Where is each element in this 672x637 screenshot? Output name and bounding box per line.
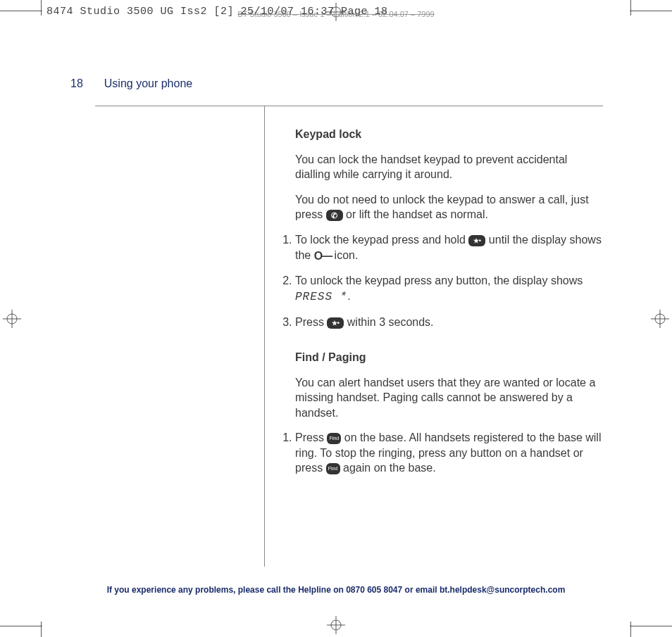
registration-mark	[3, 310, 21, 328]
text: icon.	[335, 249, 359, 261]
find-paging-heading: Find / Paging	[295, 350, 602, 365]
registration-mark	[327, 616, 345, 634]
lcd-text: PRESS *	[295, 291, 347, 303]
keypad-step-1: To lock the keypad press and hold until …	[295, 232, 602, 263]
crop-mark	[41, 622, 42, 637]
keypad-intro-2: You do not need to unlock the keypad to …	[295, 192, 602, 222]
paging-step-1: Press on the base. All handsets register…	[295, 430, 602, 476]
page-header-block: 18 Using your phone	[70, 77, 613, 90]
lock-icon: O—	[314, 248, 331, 264]
text: To unlock the keypad press any button, t…	[295, 275, 583, 286]
keypad-step-2: To unlock the keypad press any button, t…	[295, 273, 602, 305]
star-key-icon	[468, 235, 485, 246]
crop-mark	[630, 626, 672, 626]
divider-horizontal	[95, 106, 603, 106]
crop-mark	[0, 626, 42, 626]
proof-header: 8474 Studio 3500 UG Iss2 [2] 25/10/07 16…	[46, 6, 388, 18]
registration-mark	[651, 310, 669, 328]
text: Press	[295, 316, 327, 328]
text: To lock the keypad press and hold	[295, 234, 468, 246]
paging-intro: You can alert handset users that they ar…	[295, 375, 602, 421]
keypad-step-3: Press within 3 seconds.	[295, 315, 602, 330]
text: Press	[295, 431, 327, 443]
find-key-icon	[327, 433, 341, 444]
crop-mark	[630, 622, 631, 637]
text: or lift the handset as normal.	[346, 208, 488, 220]
text: .	[347, 290, 350, 302]
body-content: Keypad lock You can lock the handset key…	[278, 127, 602, 486]
divider-vertical	[264, 106, 265, 567]
section-title: Using your phone	[104, 77, 192, 90]
star-key-icon	[327, 317, 344, 329]
paging-steps: Press on the base. All handsets register…	[278, 430, 602, 476]
keypad-lock-heading: Keypad lock	[295, 127, 602, 142]
page-number: 18	[70, 77, 83, 90]
keypad-steps: To lock the keypad press and hold until …	[278, 232, 602, 330]
text: on the base. All handsets registered to …	[295, 431, 601, 474]
text: again on the base.	[343, 462, 436, 474]
phone-key-icon	[326, 210, 343, 221]
keypad-intro-1: You can lock the handset keypad to preve…	[295, 152, 602, 182]
footer-helpline: If you experience any problems, please c…	[0, 585, 672, 595]
text: within 3 seconds.	[347, 316, 434, 328]
find-key-icon	[326, 463, 340, 474]
